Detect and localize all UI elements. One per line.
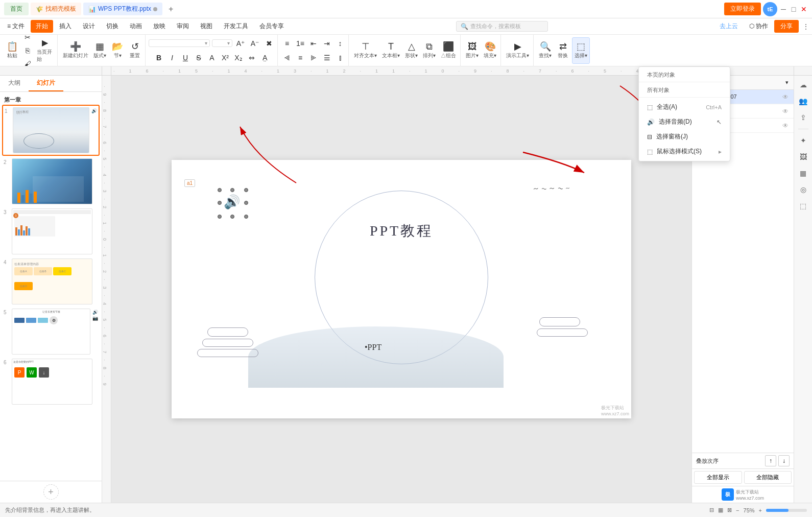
format-painter-button[interactable]: 🖌 bbox=[21, 58, 34, 67]
columns-button[interactable]: ⫿ bbox=[334, 52, 346, 64]
view-normal-icon[interactable]: ⊟ bbox=[709, 507, 714, 513]
bold-button[interactable]: B bbox=[153, 52, 165, 64]
transition-tool[interactable]: ⬚ bbox=[796, 199, 810, 213]
layout-tool[interactable]: ▦ bbox=[796, 166, 810, 180]
dropdown-select-audio[interactable]: 🔊 选择音频(D) ↖ bbox=[639, 114, 730, 129]
add-slide-button[interactable]: + bbox=[43, 484, 59, 500]
font-decrease-button[interactable]: A⁻ bbox=[249, 37, 261, 50]
more-options[interactable]: ⋮ bbox=[802, 22, 810, 31]
reset-button[interactable]: ↺ 重置 bbox=[127, 37, 143, 64]
visibility-icon-audio[interactable]: 👁 bbox=[782, 93, 789, 101]
menu-home[interactable]: 开始 bbox=[31, 20, 53, 33]
font-color-button[interactable]: A bbox=[206, 52, 218, 64]
layer-up-button[interactable]: ↑ bbox=[765, 455, 776, 466]
audio-widget[interactable]: 🔊 bbox=[218, 188, 248, 219]
fill-button[interactable]: 🎨 填充▾ bbox=[482, 37, 498, 64]
section-button[interactable]: 📂 节▾ bbox=[109, 37, 126, 64]
menu-design[interactable]: 设计 bbox=[78, 20, 100, 33]
find-button[interactable]: 🔍 查找▾ bbox=[537, 37, 554, 64]
show-all-button[interactable]: 全部显示 bbox=[694, 471, 742, 484]
font-family-selector[interactable]: ▾ bbox=[149, 39, 210, 47]
font-increase-button[interactable]: A⁺ bbox=[234, 37, 247, 50]
cut-button[interactable]: ✂ bbox=[21, 35, 34, 43]
new-slide-button[interactable]: ➕ 新建幻灯片 bbox=[61, 37, 90, 64]
share-tool[interactable]: ⇪ bbox=[796, 110, 810, 125]
new-tab-btn[interactable]: + bbox=[164, 3, 177, 16]
textbox-button[interactable]: T 文本框▾ bbox=[380, 37, 402, 64]
align-right-button[interactable]: ⫸ bbox=[307, 52, 320, 64]
cloud-sync-tool[interactable]: ☁ bbox=[796, 78, 810, 92]
shape-button[interactable]: △ 形状▾ bbox=[403, 37, 420, 64]
arrange-button[interactable]: ⧉ 排列▾ bbox=[421, 37, 438, 64]
visibility-icon-title[interactable]: 👁 bbox=[782, 108, 789, 115]
indent-more-button[interactable]: ⇥ bbox=[321, 37, 333, 50]
zoom-out-icon[interactable]: − bbox=[736, 507, 739, 513]
underline-button[interactable]: U bbox=[179, 52, 192, 64]
image-button[interactable]: 🖼 图片▾ bbox=[464, 37, 481, 64]
menu-insert[interactable]: 插入 bbox=[54, 20, 77, 33]
clear-format-button[interactable]: ✖ bbox=[263, 37, 275, 50]
strikethrough-button[interactable]: S bbox=[193, 52, 205, 64]
menu-slideshow[interactable]: 放映 bbox=[148, 20, 171, 33]
slide-item-2[interactable]: 2 bbox=[2, 157, 100, 206]
slides-tab[interactable]: 幻灯片 bbox=[29, 76, 63, 91]
close-button[interactable]: ✕ bbox=[800, 5, 808, 13]
dropdown-select-pane[interactable]: ⊟ 选择窗格(J) bbox=[639, 129, 730, 144]
share-button[interactable]: 分享 bbox=[774, 20, 799, 33]
justify-button[interactable]: ☰ bbox=[321, 52, 333, 64]
italic-button[interactable]: I bbox=[166, 52, 178, 64]
menu-transition[interactable]: 切换 bbox=[101, 20, 124, 33]
login-button[interactable]: 立即登录 bbox=[724, 3, 761, 15]
paste-button[interactable]: 📋 粘贴 bbox=[4, 37, 20, 64]
magic-tool[interactable]: ✦ bbox=[796, 133, 810, 148]
view-reading-icon[interactable]: ⊠ bbox=[727, 507, 732, 513]
shadow-button[interactable]: A̤ bbox=[259, 52, 271, 64]
menu-member[interactable]: 会员专享 bbox=[254, 20, 289, 33]
view-slide-icon[interactable]: ▦ bbox=[718, 507, 723, 513]
replace-button[interactable]: ⇄ 替换 bbox=[555, 37, 571, 64]
zoom-in-icon[interactable]: + bbox=[759, 507, 762, 513]
menu-view[interactable]: 视图 bbox=[195, 20, 218, 33]
font-size-selector[interactable]: ▾ bbox=[212, 39, 232, 47]
animation-tool[interactable]: ◎ bbox=[796, 182, 810, 197]
dropdown-select-all[interactable]: ⬚ 全选(A) Ctrl+A bbox=[639, 100, 730, 114]
current-page-start-button[interactable]: ▶ 当页开始 bbox=[35, 37, 55, 64]
menu-developer[interactable]: 开发工具 bbox=[219, 20, 253, 33]
template-tab[interactable]: 🌾 找稻壳模板 bbox=[31, 3, 81, 15]
list-bullet-button[interactable]: ≡ bbox=[281, 37, 293, 50]
superscript-button[interactable]: X² bbox=[219, 52, 231, 64]
image-tool[interactable]: 🖼 bbox=[796, 150, 810, 164]
subscript-button[interactable]: X₂ bbox=[232, 52, 245, 64]
visibility-icon-subtitle[interactable]: 👁 bbox=[782, 122, 789, 129]
menu-review[interactable]: 审阅 bbox=[172, 20, 194, 33]
select-button[interactable]: ⬚ 选择▾ bbox=[572, 37, 590, 64]
file-tab[interactable]: 📊 WPS PPT教程.pptx bbox=[83, 3, 162, 15]
align-center-button[interactable]: ≡ bbox=[294, 52, 306, 64]
line-spacing-button[interactable]: ↕ bbox=[334, 37, 346, 50]
presenter-tool-button[interactable]: ▶ 演示工具▾ bbox=[504, 37, 531, 64]
hide-all-button[interactable]: 全部隐藏 bbox=[744, 471, 792, 484]
zoom-slider[interactable] bbox=[766, 509, 807, 512]
menu-collaborate[interactable]: ⬡ 协作 bbox=[744, 20, 773, 33]
slide-item-4[interactable]: 4 任务清单管理内容 任务A 任务B 任务C 任务D bbox=[2, 257, 100, 306]
align-text-button[interactable]: ⊤ 对齐文本▾ bbox=[352, 37, 379, 64]
layer-down-button[interactable]: ↓ bbox=[778, 455, 790, 466]
list-number-button[interactable]: 1≡ bbox=[294, 37, 306, 50]
copy-button[interactable]: ⎘ bbox=[21, 44, 34, 57]
outline-tab[interactable]: 大纲 bbox=[0, 76, 29, 91]
slide-item-1[interactable]: 1 PPT教程 •PPT 🔊 bbox=[2, 105, 100, 156]
slide-item-6[interactable]: 6 这是你想要的PPT P W ↓ bbox=[2, 357, 100, 406]
slide-item-3[interactable]: 3 3 bbox=[2, 207, 100, 256]
dropdown-mouse-select[interactable]: ⬚ 鼠标选择模式(S) ▸ bbox=[639, 144, 730, 159]
maximize-button[interactable]: □ bbox=[790, 5, 798, 13]
menu-file[interactable]: ≡ 文件 bbox=[2, 20, 30, 33]
menu-animation[interactable]: 动画 bbox=[125, 20, 147, 33]
slide-item-5[interactable]: 5 让音乐更有节奏 ⚙ 🔊 📷 bbox=[2, 307, 100, 356]
user-avatar[interactable]: tE bbox=[763, 2, 777, 16]
people-tool[interactable]: 👥 bbox=[796, 94, 810, 108]
align-left-button[interactable]: ⫷ bbox=[281, 52, 293, 64]
minimize-button[interactable]: ─ bbox=[779, 5, 787, 13]
home-tab[interactable]: 首页 bbox=[4, 3, 29, 15]
indent-less-button[interactable]: ⇤ bbox=[307, 37, 320, 50]
char-spacing-button[interactable]: ⇔ bbox=[246, 52, 258, 64]
